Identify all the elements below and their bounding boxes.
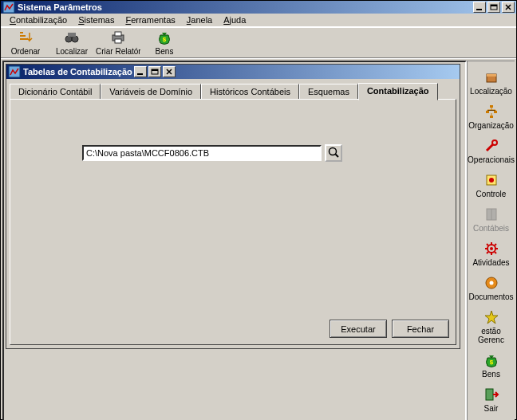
book-icon bbox=[483, 206, 499, 222]
svg-point-27 bbox=[490, 247, 493, 250]
money-bag-icon: $ bbox=[483, 352, 499, 368]
printer-icon bbox=[110, 29, 126, 45]
side-label: Atividades bbox=[472, 258, 509, 267]
child-titlebar: Tabelas de Contabilização bbox=[6, 65, 460, 79]
main-window: Sistema Parâmetros Contabilização Sistem… bbox=[0, 0, 517, 420]
svg-rect-14 bbox=[152, 69, 158, 71]
menu-contabilizacao[interactable]: Contabilização bbox=[4, 14, 73, 26]
tab-panel-contabilizacao: Executar Fechar bbox=[10, 99, 456, 345]
sort-icon bbox=[18, 29, 34, 45]
side-item-localizacao[interactable]: Localização bbox=[469, 68, 514, 99]
child-window: Tabelas de Contabilização Dicionário Con… bbox=[6, 64, 460, 349]
menu-ajuda[interactable]: Ajuda bbox=[218, 14, 251, 26]
svg-rect-8 bbox=[115, 32, 121, 36]
side-label: Documentos bbox=[468, 292, 513, 301]
path-row bbox=[82, 144, 342, 162]
svg-point-5 bbox=[72, 36, 78, 42]
tab-esquemas[interactable]: Esquemas bbox=[299, 84, 358, 100]
side-item-atividades[interactable]: Atividades bbox=[469, 239, 514, 270]
svg-rect-6 bbox=[68, 33, 76, 37]
org-chart-icon bbox=[483, 104, 499, 120]
side-label: Localização bbox=[470, 87, 512, 96]
star-icon bbox=[483, 309, 499, 325]
browse-button[interactable] bbox=[325, 144, 342, 162]
gear-icon bbox=[483, 241, 499, 257]
menubar: Contabilização Sistemas Ferramentas Jane… bbox=[1, 14, 516, 27]
tab-contabilizacao[interactable]: Contabilização bbox=[358, 83, 438, 100]
executar-button[interactable]: Executar bbox=[330, 320, 387, 338]
binoculars-icon bbox=[64, 29, 80, 45]
child-icon bbox=[8, 65, 21, 78]
svg-text:$: $ bbox=[489, 359, 493, 366]
child-title: Tabelas de Contabilização bbox=[23, 67, 132, 77]
fechar-button[interactable]: Fechar bbox=[392, 320, 449, 338]
tool-bens[interactable]: $ Bens bbox=[144, 29, 184, 56]
child-client: Dicionário Contábil Variáveis de Domínio… bbox=[6, 79, 460, 348]
menu-sistemas[interactable]: Sistemas bbox=[73, 14, 120, 26]
svg-marker-30 bbox=[485, 311, 498, 324]
svg-rect-1 bbox=[476, 9, 482, 10]
side-item-operacionais[interactable]: Operacionais bbox=[469, 136, 514, 167]
close-button[interactable] bbox=[502, 2, 515, 13]
svg-rect-18 bbox=[490, 105, 493, 108]
tool-label: Localizar bbox=[56, 47, 88, 56]
side-label: Sair bbox=[484, 404, 499, 413]
app-icon bbox=[2, 1, 15, 14]
menu-ferramentas[interactable]: Ferramentas bbox=[120, 14, 180, 26]
side-label: Operacionais bbox=[468, 155, 515, 164]
side-item-gestao-gerenc[interactable]: estão Gerenc bbox=[469, 308, 514, 347]
svg-point-24 bbox=[489, 178, 494, 183]
svg-rect-12 bbox=[137, 73, 143, 75]
toolbar: Ordenar Localizar Criar Relatório $ Bens bbox=[1, 27, 516, 58]
svg-rect-20 bbox=[494, 111, 497, 113]
exit-icon bbox=[483, 387, 499, 402]
child-window-controls bbox=[132, 66, 176, 77]
tool-label: Bens bbox=[156, 47, 174, 56]
side-label: estão Gerenc bbox=[469, 327, 514, 344]
money-bag-icon: $ bbox=[156, 29, 172, 45]
mdi-area: Tabelas de Contabilização Dicionário Con… bbox=[2, 61, 467, 420]
tool-label: Ordenar bbox=[11, 47, 41, 56]
button-row: Executar Fechar bbox=[330, 320, 449, 338]
side-panel: Localização Organização Operacionais Con… bbox=[467, 61, 515, 420]
menu-janela[interactable]: Janela bbox=[181, 14, 218, 26]
tool-criar-relatorio[interactable]: Criar Relatório bbox=[98, 29, 138, 56]
child-minimize-button[interactable] bbox=[134, 66, 147, 77]
control-icon bbox=[483, 172, 499, 188]
side-item-sair[interactable]: Sair bbox=[469, 385, 514, 416]
side-item-bens[interactable]: $ Bens bbox=[469, 351, 514, 382]
side-item-contabeis[interactable]: Contábeis bbox=[469, 205, 514, 236]
svg-point-4 bbox=[65, 36, 72, 42]
child-maximize-button[interactable] bbox=[148, 66, 161, 77]
tabs-row: Dicionário Contábil Variáveis de Domínio… bbox=[10, 82, 456, 100]
tool-localizar[interactable]: Localizar bbox=[52, 29, 92, 56]
tool-ordenar[interactable]: Ordenar bbox=[6, 29, 45, 56]
main-title: Sistema Parâmetros bbox=[18, 2, 472, 12]
side-label: Bens bbox=[482, 370, 500, 379]
side-item-documentos[interactable]: Documentos bbox=[469, 273, 514, 304]
side-label: Controle bbox=[476, 190, 507, 198]
tool-label: Criar Relatório bbox=[96, 47, 140, 56]
svg-rect-17 bbox=[487, 74, 496, 77]
maximize-button[interactable] bbox=[487, 2, 500, 13]
main-titlebar: Sistema Parâmetros bbox=[1, 1, 516, 14]
svg-point-15 bbox=[330, 148, 337, 155]
client-area: Tabelas de Contabilização Dicionário Con… bbox=[1, 58, 516, 420]
svg-point-22 bbox=[492, 140, 497, 145]
minimize-button[interactable] bbox=[473, 2, 486, 13]
box-icon bbox=[483, 69, 499, 85]
svg-rect-19 bbox=[486, 111, 489, 113]
tab-historicos-contabeis[interactable]: Históricos Contábeis bbox=[201, 84, 299, 100]
path-input[interactable] bbox=[82, 145, 322, 161]
side-item-controle[interactable]: Controle bbox=[469, 171, 514, 202]
side-item-organizacao[interactable]: Organização bbox=[469, 102, 514, 133]
window-controls bbox=[472, 2, 515, 13]
tab-dicionario-contabil[interactable]: Dicionário Contábil bbox=[10, 84, 101, 100]
svg-rect-9 bbox=[115, 39, 121, 43]
svg-rect-32 bbox=[486, 389, 493, 400]
svg-text:$: $ bbox=[163, 36, 167, 43]
child-close-button[interactable] bbox=[163, 66, 176, 77]
magnifier-icon bbox=[327, 146, 340, 160]
tab-variaveis-de-dominio[interactable]: Variáveis de Domínio bbox=[101, 84, 201, 100]
svg-rect-21 bbox=[490, 116, 493, 118]
